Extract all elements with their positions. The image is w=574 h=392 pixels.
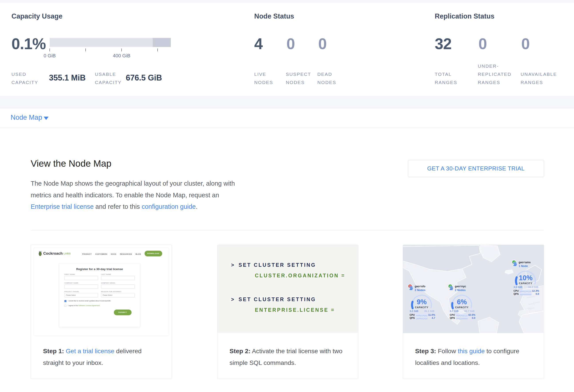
capacity-label: CAPACITY [513,282,538,285]
software-license-link: Software License Agreement. [78,304,100,306]
capacity-percent: 6% [450,298,474,306]
enterprise-trial-license-link[interactable]: Enterprise trial license [31,203,94,210]
cpu-sparkline [456,314,468,316]
locality-name: geo=sfo [415,285,425,288]
intro-text: . [196,203,198,210]
email-updates-checkbox-label: I would like to receive email updates ab… [68,300,111,302]
locality-node-count: 2 Nodes [415,289,426,292]
first-name-field [64,276,98,280]
live-nodes-value: 4 [254,36,263,52]
cluster-stats-section: Capacity Usage Node Status Replication S… [0,3,574,96]
node-map-dropdown-label[interactable]: Node Map [11,113,42,121]
qps-value: 0.0 [532,293,539,295]
form-title: Register for a 30-day trial license [64,267,135,271]
node-map-placeholder-section: View the Node Map The Node Map shows the… [0,128,574,392]
field-label: COMPANY NAME [64,282,98,284]
usable-capacity-label: USABLE CAPACITY [95,70,122,86]
suspect-nodes-label: SUSPECT NODES [286,70,311,86]
capacity-label: CAPACITY [410,306,434,309]
chevron-down-icon [44,117,49,120]
cpu-label: CPU [513,289,520,292]
sql-commands-illustration: >SET CLUSTER SETTING CLUSTER.ORGANIZATIO… [217,245,358,333]
unavailable-ranges-value: 0 [521,36,530,52]
cpu-value: 42.5% [468,314,475,316]
cpu-value: 12.3% [532,289,539,292]
node-map-illustration: 1 geo=sfo 2 Nodes 9% CAPACITY 3.2 GiB35.… [403,245,544,333]
total-ranges-value: 32 [435,36,451,52]
sql-setting-name: CLUSTER.ORGANIZATION = [255,273,345,279]
capacity-tick-label-400: 400 GiB [108,53,135,59]
field-label: COMPANY EMAIL [101,282,135,284]
step3-card: 1 geo=sfo 2 Nodes 9% CAPACITY 3.2 GiB35.… [403,245,544,379]
database-icon [409,286,413,290]
total-value: 35.1 GiB [424,310,434,312]
capacity-percent-value: 0.1% [11,36,46,52]
project-phase-select: Please Select [64,293,98,298]
capacity-tick [157,49,158,51]
used-value: 3.6 GiB [513,286,522,288]
cockroach-bug-icon [38,251,42,256]
capacity-tick [121,49,122,51]
intro-text: The Node Map shows the geographical layo… [31,180,235,199]
get-enterprise-trial-button[interactable]: GET A 30-DAY ENTERPRISE TRIAL [408,160,544,177]
capacity-tick [49,49,50,51]
checkbox-checked-icon: ✓ [64,300,66,302]
company-email-field [101,284,135,289]
nav-item: CUSTOMERS [95,253,107,255]
sql-command: SET CLUSTER SETTING [239,262,316,268]
submit-button: SUBMIT [114,310,132,315]
sql-prompt: > [231,297,235,302]
replication-status-title: Replication Status [435,12,494,20]
checkbox-empty-icon [64,305,66,307]
qps-label: QPS [513,293,520,295]
total-value: 65.7 GiB [464,310,474,312]
configuration-guide-link[interactable]: configuration guide [142,203,196,210]
cpu-sparkline [520,290,532,292]
under-replicated-ranges-label: UNDER- REPLICATED RANGES [478,62,511,86]
locality-name: geo=ams [519,261,531,264]
step2-caption: Step 2: Activate the trial license with … [229,345,348,369]
locality-node-count: 1 Node [519,264,528,268]
qps-sparkline [456,317,468,319]
used-value: 3.7 GiB [450,310,459,312]
qps-label: QPS [450,317,456,319]
page-title: View the Node Map [31,158,111,169]
database-icon [449,286,453,290]
field-label: LAST NAME [101,274,135,275]
cpu-label: CPU [450,314,456,316]
last-name-field [101,276,135,280]
capacity-tick-label-0: 0 GiB [36,53,63,59]
nav-item: PRODUCT [82,253,92,255]
qps-sparkline [416,317,428,319]
database-icon [513,262,517,266]
cpu-value: 11.0% [428,314,435,316]
nav-item: DOCS [111,253,117,255]
capacity-percent: 10% [513,274,538,282]
sql-command: SET CLUSTER SETTING [239,297,316,302]
dead-nodes-value: 0 [318,36,327,52]
divider [31,230,544,231]
qps-value: 4.7 [428,317,435,319]
sql-prompt: > [231,262,235,268]
download-button: DOWNLOAD [144,251,162,256]
locality-name: geo=nyc [455,285,466,288]
live-nodes-label: LIVE NODES [254,70,273,86]
used-value: 3.2 GiB [410,310,418,312]
step3-caption: Step 3: Follow this guide to configure l… [415,345,534,369]
cpu-sparkline [416,314,428,316]
get-trial-license-link[interactable]: Get a trial license [66,347,114,355]
company-name-field [64,284,98,289]
nav-item: BLOG [136,253,141,255]
capacity-usage-title: Capacity Usage [11,12,62,20]
this-guide-link[interactable]: this guide [458,347,485,355]
total-value: 34.4 GiB [528,286,538,288]
trial-license-form: Register for a 30-day trial license FIRS… [59,263,140,327]
usable-capacity-value: 676.5 GiB [126,73,162,82]
view-selector-bar[interactable]: Node Map [0,108,574,128]
capacity-label: CAPACITY [450,306,474,309]
qps-value: 0.0 [468,317,475,319]
capacity-tick [85,49,86,51]
reason-select: Please Select [101,293,135,298]
qps-label: QPS [410,317,416,319]
step2-card: >SET CLUSTER SETTING CLUSTER.ORGANIZATIO… [217,245,358,379]
